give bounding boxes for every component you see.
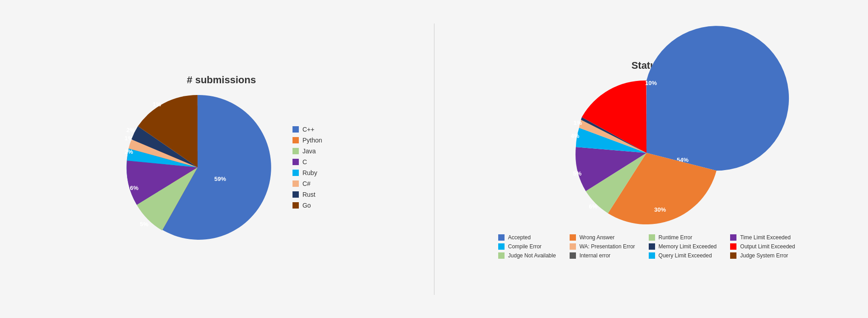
- status-pie-chart: 54% 30% 6% 5% 4% 1%: [570, 76, 723, 230]
- label-go: 1%: [153, 101, 161, 108]
- legend-label-c: C: [302, 158, 307, 166]
- label-cpp: 59%: [214, 176, 226, 182]
- legend-tle: Time Limit Exceeded: [730, 234, 795, 241]
- legend-label-java: Java: [302, 147, 316, 155]
- label-wrong-answer: 30%: [654, 206, 666, 213]
- legend-label-ole: Output Limit Exceeded: [740, 243, 795, 250]
- legend-ole: Output Limit Exceeded: [730, 243, 795, 250]
- legend-color-go: [292, 202, 299, 209]
- legend-label-qle: Query Limit Exceeded: [659, 252, 712, 259]
- legend-mle: Memory Limit Exceeded: [649, 243, 717, 250]
- legend-qle: Query Limit Exceeded: [649, 252, 717, 259]
- legend-label-csharp: C#: [302, 180, 311, 187]
- legend-wa-presentation: WA: Presentation Error: [570, 243, 635, 250]
- legend-label-wrong-answer: Wrong Answer: [580, 234, 615, 241]
- legend-color-mle: [649, 243, 655, 250]
- legend-label-mle: Memory Limit Exceeded: [659, 243, 717, 250]
- legend-label-judge-not-available: Judge Not Available: [508, 252, 556, 259]
- label-runtime-error: 6%: [589, 203, 598, 210]
- legend-color-ruby: [292, 170, 299, 176]
- chart-divider: [434, 24, 434, 295]
- legend-label-tle: Time Limit Exceeded: [740, 234, 791, 241]
- legend-label-wa-presentation: WA: Presentation Error: [580, 243, 635, 250]
- legend-color-judge-system-error: [730, 252, 736, 259]
- legend-color-java: [292, 148, 299, 154]
- status-chart-section: Status 54% 30% 6% 5% 4%: [443, 60, 850, 259]
- legend-color-rust: [292, 191, 299, 198]
- submissions-pie-chart: 59% 24% 5% 6% 2% 1% 2%: [121, 90, 274, 244]
- legend-label-go: Go: [302, 202, 311, 209]
- charts-container: # submissions 59% 24% 5% 6% 2% 1: [0, 0, 868, 318]
- legend-label-judge-system-error: Judge System Error: [740, 252, 788, 259]
- legend-c: C: [292, 158, 322, 166]
- legend-color-accepted: [498, 234, 505, 241]
- legend-runtime-error: Runtime Error: [649, 234, 717, 241]
- legend-color-compile-error: [498, 243, 505, 250]
- label-rust: 2%: [127, 127, 135, 133]
- legend-color-runtime-error: [649, 234, 655, 241]
- legend-java: Java: [292, 147, 322, 155]
- legend-csharp: C#: [292, 180, 322, 187]
- legend-color-judge-not-available: [498, 252, 505, 259]
- slice-accepted: [646, 26, 789, 171]
- legend-color-python: [292, 137, 299, 143]
- legend-wrong-answer: Wrong Answer: [570, 234, 635, 241]
- legend-judge-not-available: Judge Not Available: [498, 252, 556, 259]
- legend-judge-system-error: Judge System Error: [730, 252, 795, 259]
- legend-internal-error: Internal error: [570, 252, 635, 259]
- legend-accepted: Accepted: [498, 234, 556, 241]
- legend-python: Python: [292, 137, 322, 144]
- legend-color-c: [292, 159, 299, 165]
- legend-color-qle: [649, 252, 655, 259]
- legend-compile-error: Compile Error: [498, 243, 556, 250]
- legend-ruby: Ruby: [292, 169, 322, 176]
- submissions-chart-area: 59% 24% 5% 6% 2% 1% 2%: [121, 90, 322, 244]
- label-top: 10%: [645, 80, 657, 86]
- legend-color-tle: [730, 234, 736, 241]
- legend-label-internal-error: Internal error: [580, 252, 611, 259]
- legend-go: Go: [292, 202, 322, 209]
- legend-label-ruby: Ruby: [302, 169, 317, 176]
- submissions-legend: C++ Python Java C Ruby: [292, 126, 322, 209]
- legend-color-csharp: [292, 180, 299, 187]
- legend-label-python: Python: [302, 137, 322, 144]
- legend-label-accepted: Accepted: [508, 234, 531, 241]
- label-compile-error: 4%: [571, 133, 580, 139]
- legend-color-internal-error: [570, 252, 576, 259]
- legend-rust: Rust: [292, 191, 322, 198]
- legend-color-wa-presentation: [570, 243, 576, 250]
- status-legend: Accepted Wrong Answer Runtime Error Time…: [498, 234, 795, 259]
- legend-label-cpp: C++: [302, 126, 314, 133]
- legend-color-wrong-answer: [570, 234, 576, 241]
- label-wa-pres: 1%: [574, 119, 582, 126]
- legend-color-ole: [730, 243, 736, 250]
- status-chart-area: 54% 30% 6% 5% 4% 1%: [570, 76, 723, 230]
- legend-label-runtime-error: Runtime Error: [659, 234, 693, 241]
- submissions-chart-title: # submissions: [187, 74, 256, 86]
- legend-label-compile-error: Compile Error: [508, 243, 542, 250]
- legend-label-rust: Rust: [302, 191, 316, 198]
- label-c: 6%: [130, 185, 139, 191]
- submissions-chart-section: # submissions 59% 24% 5% 6% 2% 1: [18, 74, 425, 244]
- legend-cpp: C++: [292, 126, 322, 133]
- label-java: 5%: [140, 221, 149, 228]
- legend-color-cpp: [292, 126, 299, 133]
- label-tle: 5%: [573, 170, 582, 177]
